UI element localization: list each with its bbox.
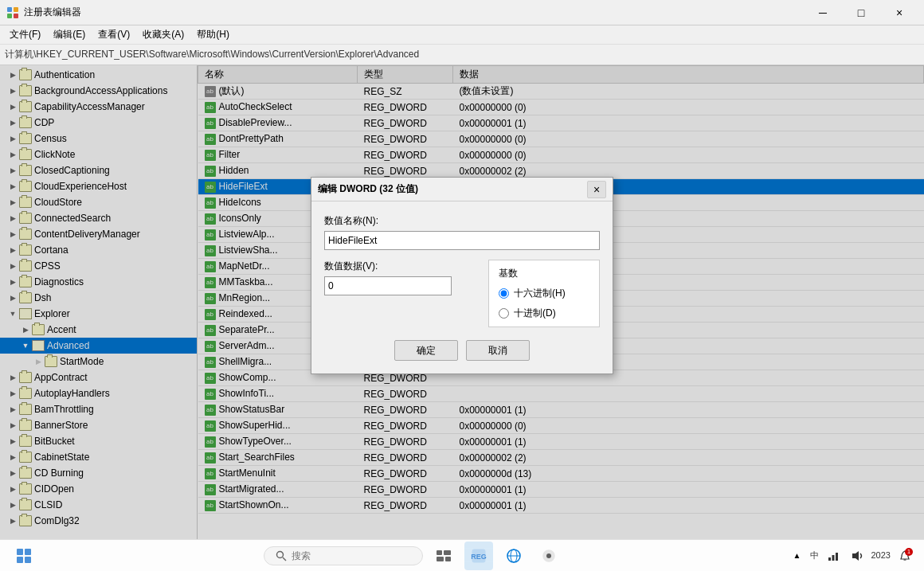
chevron-up-button[interactable]: ▲ (789, 548, 805, 564)
svg-rect-4 (17, 549, 23, 555)
value-data-input[interactable] (324, 276, 452, 295)
menu-file[interactable]: 文件(F) (3, 26, 47, 43)
svg-line-9 (283, 557, 286, 561)
dialog-titlebar: 编辑 DWORD (32 位值) × (311, 178, 613, 201)
base-group: 基数 十六进制(H) 十进制(D) (488, 260, 600, 327)
taskview-button[interactable] (429, 542, 458, 570)
menu-favorites[interactable]: 收藏夹(A) (136, 26, 190, 43)
cancel-button[interactable]: 取消 (466, 340, 530, 361)
svg-rect-7 (25, 557, 31, 563)
menu-view[interactable]: 查看(V) (92, 26, 136, 43)
window-controls: ─ □ × (805, 1, 918, 25)
radio-dec[interactable] (499, 308, 509, 319)
svg-rect-2 (7, 14, 12, 18)
app-icon (6, 6, 19, 19)
svg-rect-1 (14, 7, 18, 12)
base-label: 基数 (499, 267, 589, 280)
value-data-label: 数值数据(V): (324, 260, 476, 273)
regeditor-taskbar-button[interactable]: REG (464, 542, 493, 570)
radio-hex[interactable] (499, 288, 509, 299)
address-text: 计算机\HKEY_CURRENT_USER\Software\Microsoft… (5, 48, 419, 61)
svg-text:REG: REG (471, 553, 487, 561)
taskbar-left (10, 542, 38, 570)
modal-overlay: 编辑 DWORD (32 位值) × 数值名称(N): 数值数据(V): 基数 … (0, 65, 924, 539)
svg-rect-0 (7, 7, 12, 12)
svg-rect-13 (445, 557, 451, 561)
dialog-left-side: 数值数据(V): (324, 260, 476, 327)
svg-rect-6 (17, 557, 23, 563)
dialog-buttons: 确定 取消 (324, 340, 600, 361)
svg-rect-23 (836, 553, 838, 561)
close-button[interactable]: × (881, 1, 918, 25)
radio-dec-label[interactable]: 十进制(D) (499, 307, 589, 320)
ok-button[interactable]: 确定 (394, 340, 458, 361)
minimize-button[interactable]: ─ (805, 1, 841, 25)
radio-group: 十六进制(H) 十进制(D) (499, 287, 589, 320)
menu-edit[interactable]: 编辑(E) (47, 26, 92, 43)
svg-rect-12 (437, 557, 444, 561)
menu-bar: 文件(F) 编辑(E) 查看(V) 收藏夹(A) 帮助(H) (0, 25, 924, 45)
svg-rect-10 (437, 550, 442, 555)
svg-rect-3 (14, 14, 18, 18)
radio-hex-label[interactable]: 十六进制(H) (499, 287, 589, 300)
search-icon (276, 550, 287, 561)
window-title: 注册表编辑器 (24, 6, 81, 19)
year-text: 2023 (871, 550, 891, 560)
taskbar-center: REG (264, 542, 563, 570)
network-button[interactable] (824, 546, 843, 565)
volume-button[interactable] (848, 546, 867, 565)
radio-hex-text: 十六进制(H) (514, 287, 566, 300)
search-input[interactable] (292, 550, 403, 561)
dialog-main-row: 数值数据(V): 基数 十六进制(H) 十进制(D) (324, 260, 600, 327)
svg-rect-11 (444, 550, 451, 555)
dialog-body: 数值名称(N): 数值数据(V): 基数 十六进制(H) (311, 201, 613, 373)
svg-rect-5 (25, 549, 31, 555)
settings-button[interactable] (534, 542, 563, 570)
title-bar: 注册表编辑器 ─ □ × (0, 0, 924, 25)
radio-dec-text: 十进制(D) (514, 307, 556, 320)
search-bar[interactable] (264, 546, 423, 565)
svg-point-8 (277, 551, 284, 557)
start-button[interactable] (10, 542, 38, 570)
value-name-label: 数值名称(N): (324, 214, 600, 228)
svg-marker-24 (852, 551, 859, 561)
maximize-button[interactable]: □ (843, 1, 879, 25)
svg-point-20 (546, 553, 551, 558)
dialog-close-button[interactable]: × (587, 181, 606, 198)
title-bar-left: 注册表编辑器 (6, 6, 81, 19)
value-name-input[interactable] (324, 231, 600, 250)
svg-rect-22 (832, 555, 834, 561)
taskbar-right: ▲ 中 2023 1 (789, 546, 914, 565)
clock: 2023 (871, 549, 891, 561)
svg-rect-21 (828, 557, 831, 561)
notification-badge: 1 (905, 548, 913, 556)
input-indicator: 中 (810, 549, 819, 561)
dialog-title: 编辑 DWORD (32 位值) (318, 182, 418, 196)
address-bar: 计算机\HKEY_CURRENT_USER\Software\Microsoft… (0, 45, 924, 65)
edit-dialog: 编辑 DWORD (32 位值) × 数值名称(N): 数值数据(V): 基数 … (311, 177, 613, 374)
notification-button[interactable]: 1 (895, 546, 914, 565)
taskbar: REG ▲ 中 (0, 539, 924, 571)
menu-help[interactable]: 帮助(H) (190, 26, 236, 43)
browser-button[interactable] (499, 542, 528, 570)
